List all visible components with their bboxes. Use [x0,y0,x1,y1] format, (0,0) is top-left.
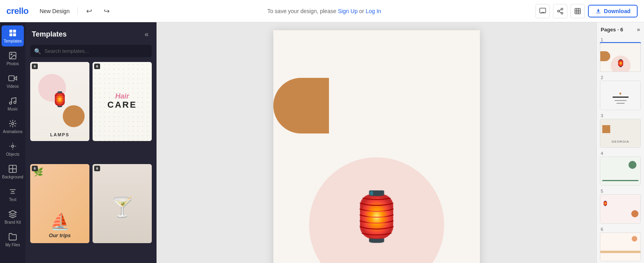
lamps-label: LAMPS [50,132,70,137]
sidebar-label-brand-kit: Brand Kit [4,220,21,224]
sidebar-label-photos: Photos [6,62,19,66]
template-card-lamps[interactable]: 6 🏮 LAMPS [30,62,89,141]
comment-button[interactable] [536,4,550,18]
templates-panel: Templates « 🔍 6 🏮 LAMPS 6 [25,22,157,263]
sidebar-label-music: Music [8,107,18,111]
sidebar-label-objects: Objects [6,152,19,157]
page-thumb-4[interactable]: 4 [600,151,641,186]
or-text: or [359,8,364,14]
topbar-center-message: To save your design, please Sign Up or L… [118,8,531,14]
share-button[interactable] [553,4,567,18]
page-thumb-inner-3: GEORGIA [600,119,641,148]
page-num-1: 1 [600,37,641,42]
sidebar-item-text[interactable]: Text [2,184,24,205]
sidebar-label-my-files: My Files [5,243,20,247]
save-message-text: To save your design, please [267,8,337,14]
undo-button[interactable]: ↩ [83,5,95,17]
cocktail-glass-icon: 🍸 [110,196,134,219]
template-badge-lamps: 6 [32,64,38,69]
haircare-hair-text: Hair [115,93,129,100]
log-in-link[interactable]: Log In [366,8,381,14]
canvas-lamp-icon: 🏮 [347,189,406,245]
sidebar-item-background[interactable]: Background [2,161,24,182]
page-num-5: 5 [600,189,641,193]
search-input[interactable] [30,45,152,57]
sidebar-label-text: Text [9,197,16,202]
sign-up-link[interactable]: Sign Up [338,8,358,14]
sidebar-item-my-files[interactable]: My Files [2,229,24,250]
panel-collapse-button[interactable]: « [143,29,150,40]
canvas-brown-half-shape [273,78,329,133]
sidebar-label-templates: Templates [4,39,22,43]
sidebar-nav: Templates Photos Videos Music Animations… [0,22,25,263]
template-badge-cocktail: 6 [94,166,100,171]
sidebar-item-objects[interactable]: Objects [2,139,24,160]
svg-rect-10 [13,33,16,36]
template-card-cocktail[interactable]: 6 🍸 [93,164,152,243]
page-thumb-inner-6 [600,232,641,261]
svg-rect-8 [13,30,16,33]
page-num-6: 6 [600,227,641,232]
template-card-haircare[interactable]: 6 Hair CARE [93,62,152,141]
download-label: Download [604,8,630,14]
page-thumb-inner-1: 🏮 [600,43,641,72]
new-design-button[interactable]: New Design [37,6,73,16]
template-card-trips[interactable]: 6 🌿 ⛵ Our trips [30,164,89,243]
svg-line-4 [559,12,561,13]
template-badge-trips: 6 [32,166,38,171]
canvas-content: 🏮 [273,30,480,263]
page-thumb-inner-5: 🏮 [600,194,641,223]
search-icon: 🔍 [34,48,41,54]
page-num-2: 2 [600,75,641,80]
page-thumb-inner-2 [600,81,641,110]
pages-header: Pages · 6 » [597,22,644,36]
svg-point-16 [14,101,16,103]
haircare-care-text: CARE [107,100,137,110]
panel-header: Templates « [25,22,157,45]
logo-text: crello [6,6,29,16]
page-thumb-1[interactable]: 1 🏮 [600,37,641,72]
sidebar-item-videos[interactable]: Videos [2,71,24,92]
svg-point-15 [10,102,12,104]
pages-panel: Pages · 6 » 1 🏮 2 [596,22,644,263]
main-layout: Templates Photos Videos Music Animations… [0,22,644,263]
svg-line-5 [559,9,561,10]
svg-point-1 [561,8,563,10]
lamps-circle-brown [63,105,85,127]
sidebar-item-music[interactable]: Music [2,93,24,114]
sidebar-label-animations: Animations [3,130,22,134]
svg-marker-13 [14,76,17,80]
template-grid: 6 🏮 LAMPS 6 Hair CARE 6 [25,62,157,263]
page-thumb-3[interactable]: 3 GEORGIA [600,113,641,148]
sidebar-item-templates[interactable]: Templates [2,25,24,46]
svg-rect-9 [10,33,12,36]
svg-rect-6 [575,8,580,14]
canvas-page: 🏮 [273,30,480,263]
topbar-separator [77,7,78,15]
page-thumb-5[interactable]: 5 🏮 [600,189,641,223]
canvas-area[interactable]: 🏮 [157,22,596,263]
page-thumb-6[interactable]: 6 [600,227,641,261]
svg-point-18 [12,145,14,147]
page-num-4: 4 [600,151,641,156]
pages-expand-button[interactable]: » [637,26,640,33]
sidebar-item-animations[interactable]: Animations [2,116,24,137]
logo: crello [6,6,29,16]
redo-button[interactable]: ↪ [100,5,113,17]
sidebar-item-photos[interactable]: Photos [2,48,24,69]
download-button[interactable]: Download [588,5,638,17]
svg-rect-14 [9,76,14,81]
sidebar-label-background: Background [2,175,23,179]
search-box: 🔍 [30,45,152,57]
svg-point-17 [12,122,14,125]
pages-title: Pages · 6 [601,27,623,33]
resize-button[interactable] [571,4,585,18]
topbar-right-actions: Download [536,4,638,18]
sidebar-label-videos: Videos [7,84,19,89]
trips-label: Our trips [49,232,71,238]
sidebar-item-brand-kit[interactable]: Brand Kit [2,207,24,228]
template-badge-haircare: 6 [94,64,100,69]
lamps-lamp-icon: 🏮 [51,91,69,108]
page-thumb-2[interactable]: 2 [600,75,641,110]
topbar: crello New Design ↩ ↪ To save your desig… [0,0,644,22]
